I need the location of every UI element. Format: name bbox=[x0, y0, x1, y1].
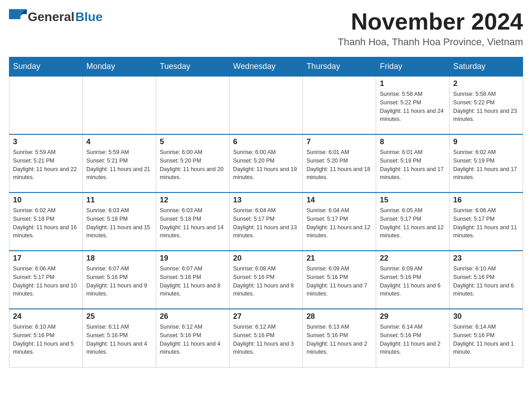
day-number: 1 bbox=[380, 79, 446, 88]
sun-info: Sunrise: 6:09 AMSunset: 5:16 PMDaylight:… bbox=[380, 265, 446, 298]
svg-rect-0 bbox=[9, 9, 21, 19]
sun-info: Sunrise: 6:06 AMSunset: 5:17 PMDaylight:… bbox=[453, 206, 519, 240]
sun-info: Sunrise: 6:04 AMSunset: 5:17 PMDaylight:… bbox=[306, 206, 372, 240]
day-number: 3 bbox=[13, 137, 79, 146]
calendar-cell: 1Sunrise: 5:58 AMSunset: 5:22 PMDaylight… bbox=[376, 76, 450, 134]
month-year-title: November 2024 bbox=[338, 9, 523, 34]
day-number: 25 bbox=[86, 312, 152, 321]
calendar-week-2: 3Sunrise: 5:59 AMSunset: 5:21 PMDaylight… bbox=[9, 134, 523, 193]
day-number: 28 bbox=[306, 312, 372, 321]
sun-info: Sunrise: 6:08 AMSunset: 5:16 PMDaylight:… bbox=[233, 265, 299, 298]
calendar-cell: 18Sunrise: 6:07 AMSunset: 5:16 PMDayligh… bbox=[82, 251, 156, 309]
sun-info: Sunrise: 6:01 AMSunset: 5:19 PMDaylight:… bbox=[380, 148, 446, 182]
sun-info: Sunrise: 6:05 AMSunset: 5:17 PMDaylight:… bbox=[380, 206, 446, 240]
calendar-cell: 16Sunrise: 6:06 AMSunset: 5:17 PMDayligh… bbox=[450, 193, 523, 251]
title-section: November 2024 Thanh Hoa, Thanh Hoa Provi… bbox=[338, 9, 523, 48]
calendar-cell: 21Sunrise: 6:09 AMSunset: 5:16 PMDayligh… bbox=[303, 251, 376, 309]
calendar-cell: 22Sunrise: 6:09 AMSunset: 5:16 PMDayligh… bbox=[376, 251, 450, 309]
day-number: 22 bbox=[380, 254, 446, 263]
day-number: 18 bbox=[86, 254, 152, 263]
calendar-cell: 19Sunrise: 6:07 AMSunset: 5:16 PMDayligh… bbox=[156, 251, 229, 309]
calendar-cell bbox=[303, 76, 376, 134]
calendar-cell: 27Sunrise: 6:12 AMSunset: 5:16 PMDayligh… bbox=[229, 309, 303, 367]
sun-info: Sunrise: 5:59 AMSunset: 5:21 PMDaylight:… bbox=[13, 148, 79, 182]
weekday-header-saturday: Saturday bbox=[450, 57, 523, 77]
day-number: 8 bbox=[380, 137, 446, 146]
sun-info: Sunrise: 6:03 AMSunset: 5:18 PMDaylight:… bbox=[160, 206, 226, 240]
sun-info: Sunrise: 6:10 AMSunset: 5:16 PMDaylight:… bbox=[453, 265, 519, 298]
logo-icon bbox=[9, 9, 27, 25]
calendar-cell: 8Sunrise: 6:01 AMSunset: 5:19 PMDaylight… bbox=[376, 134, 450, 193]
day-number: 17 bbox=[13, 254, 79, 263]
calendar-cell: 29Sunrise: 6:14 AMSunset: 5:16 PMDayligh… bbox=[376, 309, 450, 367]
day-number: 30 bbox=[453, 312, 519, 321]
calendar-cell: 23Sunrise: 6:10 AMSunset: 5:16 PMDayligh… bbox=[450, 251, 523, 309]
calendar-table: SundayMondayTuesdayWednesdayThursdayFrid… bbox=[9, 57, 523, 368]
day-number: 14 bbox=[306, 196, 372, 205]
calendar-cell: 11Sunrise: 6:03 AMSunset: 5:18 PMDayligh… bbox=[82, 193, 156, 251]
weekday-header-wednesday: Wednesday bbox=[229, 57, 303, 77]
calendar-week-5: 24Sunrise: 6:10 AMSunset: 5:16 PMDayligh… bbox=[9, 309, 523, 367]
sun-info: Sunrise: 6:06 AMSunset: 5:17 PMDaylight:… bbox=[13, 265, 79, 298]
calendar-cell: 26Sunrise: 6:12 AMSunset: 5:16 PMDayligh… bbox=[156, 309, 229, 367]
calendar-cell: 10Sunrise: 6:02 AMSunset: 5:18 PMDayligh… bbox=[9, 193, 83, 251]
day-number: 21 bbox=[306, 254, 372, 263]
day-number: 23 bbox=[453, 254, 519, 263]
calendar-cell: 15Sunrise: 6:05 AMSunset: 5:17 PMDayligh… bbox=[376, 193, 450, 251]
calendar-week-3: 10Sunrise: 6:02 AMSunset: 5:18 PMDayligh… bbox=[9, 193, 523, 251]
sun-info: Sunrise: 6:13 AMSunset: 5:16 PMDaylight:… bbox=[306, 323, 372, 356]
page-header: General Blue November 2024 Thanh Hoa, Th… bbox=[9, 9, 523, 48]
day-number: 19 bbox=[160, 254, 226, 263]
calendar-cell bbox=[9, 76, 83, 134]
weekday-header-sunday: Sunday bbox=[9, 57, 83, 77]
day-number: 15 bbox=[380, 196, 446, 205]
logo-text-blue: Blue bbox=[75, 10, 103, 24]
calendar-cell: 20Sunrise: 6:08 AMSunset: 5:16 PMDayligh… bbox=[229, 251, 303, 309]
sun-info: Sunrise: 6:00 AMSunset: 5:20 PMDaylight:… bbox=[160, 148, 226, 182]
sun-info: Sunrise: 5:58 AMSunset: 5:22 PMDaylight:… bbox=[453, 90, 519, 124]
sun-info: Sunrise: 6:14 AMSunset: 5:16 PMDaylight:… bbox=[380, 323, 446, 356]
calendar-cell: 9Sunrise: 6:02 AMSunset: 5:19 PMDaylight… bbox=[450, 134, 523, 193]
day-number: 24 bbox=[13, 312, 79, 321]
calendar-cell: 14Sunrise: 6:04 AMSunset: 5:17 PMDayligh… bbox=[303, 193, 376, 251]
sun-info: Sunrise: 6:12 AMSunset: 5:16 PMDaylight:… bbox=[160, 323, 226, 356]
sun-info: Sunrise: 6:00 AMSunset: 5:20 PMDaylight:… bbox=[233, 148, 299, 182]
calendar-week-1: 1Sunrise: 5:58 AMSunset: 5:22 PMDaylight… bbox=[9, 76, 523, 134]
logo: General Blue bbox=[9, 9, 103, 25]
sun-info: Sunrise: 6:07 AMSunset: 5:16 PMDaylight:… bbox=[86, 265, 152, 298]
calendar-cell: 12Sunrise: 6:03 AMSunset: 5:18 PMDayligh… bbox=[156, 193, 229, 251]
calendar-cell: 3Sunrise: 5:59 AMSunset: 5:21 PMDaylight… bbox=[9, 134, 83, 193]
calendar-cell: 25Sunrise: 6:11 AMSunset: 5:16 PMDayligh… bbox=[82, 309, 156, 367]
weekday-header-monday: Monday bbox=[82, 57, 156, 77]
day-number: 11 bbox=[86, 196, 152, 205]
sun-info: Sunrise: 6:11 AMSunset: 5:16 PMDaylight:… bbox=[86, 323, 152, 356]
logo-text-general: General bbox=[28, 10, 74, 24]
day-number: 16 bbox=[453, 196, 519, 205]
location-subtitle: Thanh Hoa, Thanh Hoa Province, Vietnam bbox=[338, 36, 523, 48]
calendar-cell bbox=[82, 76, 156, 134]
day-number: 13 bbox=[233, 196, 299, 205]
day-number: 5 bbox=[160, 137, 226, 146]
day-number: 7 bbox=[306, 137, 372, 146]
day-number: 20 bbox=[233, 254, 299, 263]
day-number: 27 bbox=[233, 312, 299, 321]
day-number: 29 bbox=[380, 312, 446, 321]
sun-info: Sunrise: 5:59 AMSunset: 5:21 PMDaylight:… bbox=[86, 148, 152, 182]
calendar-cell: 24Sunrise: 6:10 AMSunset: 5:16 PMDayligh… bbox=[9, 309, 83, 367]
day-number: 6 bbox=[233, 137, 299, 146]
calendar-cell: 6Sunrise: 6:00 AMSunset: 5:20 PMDaylight… bbox=[229, 134, 303, 193]
sun-info: Sunrise: 6:07 AMSunset: 5:16 PMDaylight:… bbox=[160, 265, 226, 298]
day-number: 4 bbox=[86, 137, 152, 146]
sun-info: Sunrise: 6:02 AMSunset: 5:18 PMDaylight:… bbox=[13, 206, 79, 240]
calendar-cell: 4Sunrise: 5:59 AMSunset: 5:21 PMDaylight… bbox=[82, 134, 156, 193]
sun-info: Sunrise: 6:12 AMSunset: 5:16 PMDaylight:… bbox=[233, 323, 299, 356]
day-number: 2 bbox=[453, 79, 519, 88]
calendar-cell: 13Sunrise: 6:04 AMSunset: 5:17 PMDayligh… bbox=[229, 193, 303, 251]
day-number: 12 bbox=[160, 196, 226, 205]
calendar-cell bbox=[156, 76, 229, 134]
calendar-header-row: SundayMondayTuesdayWednesdayThursdayFrid… bbox=[9, 57, 523, 77]
sun-info: Sunrise: 6:02 AMSunset: 5:19 PMDaylight:… bbox=[453, 148, 519, 182]
day-number: 26 bbox=[160, 312, 226, 321]
sun-info: Sunrise: 6:14 AMSunset: 5:16 PMDaylight:… bbox=[453, 323, 519, 356]
calendar-cell: 2Sunrise: 5:58 AMSunset: 5:22 PMDaylight… bbox=[450, 76, 523, 134]
